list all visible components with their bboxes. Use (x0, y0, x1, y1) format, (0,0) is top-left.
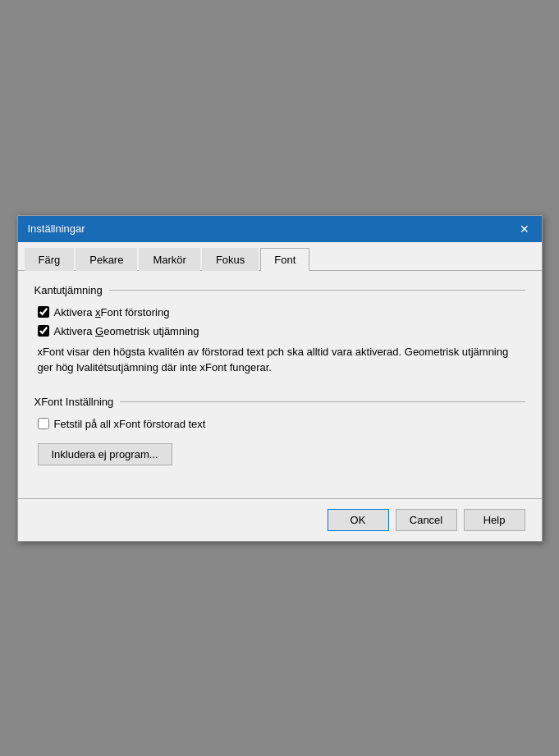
geometric-label[interactable]: Aktivera Geometrisk utjämning (54, 325, 199, 337)
dialog-title: Inställningar (28, 222, 85, 235)
antialiasing-description: xFont visar den högsta kvalitén av först… (38, 344, 525, 376)
xfont-checkbox[interactable] (38, 306, 49, 318)
xfont-settings-divider (120, 401, 525, 402)
tab-font[interactable]: Font (260, 248, 309, 271)
tab-markor[interactable]: Markör (139, 248, 199, 271)
xfont-checkbox-row: Aktivera xFont förstoring (38, 306, 525, 318)
bold-label[interactable]: Fetstil på all xFont förstorad text (54, 418, 206, 430)
antialiasing-header: Kantutjämning (34, 284, 525, 296)
bold-checkbox[interactable] (38, 418, 49, 429)
xfont-settings-title: XFont Inställning (34, 396, 121, 408)
xfont-settings-header: XFont Inställning (34, 396, 525, 408)
antialiasing-divider (109, 290, 525, 291)
ok-button[interactable]: OK (328, 509, 389, 531)
footer: OK Cancel Help (18, 498, 542, 541)
cancel-button[interactable]: Cancel (396, 509, 457, 531)
close-button[interactable]: ✕ (517, 222, 532, 236)
antialiasing-title: Kantutjämning (34, 284, 109, 296)
tab-pekare[interactable]: Pekare (76, 248, 137, 271)
tab-bar: Färg Pekare Markör Fokus Font (18, 242, 542, 271)
antialiasing-section: Kantutjämning Aktivera xFont förstoring … (34, 284, 525, 376)
title-bar: Inställningar ✕ (18, 216, 542, 242)
xfont-settings-section: XFont Inställning Fetstil på all xFont f… (34, 396, 525, 465)
tab-farg[interactable]: Färg (25, 248, 75, 271)
xfont-label[interactable]: Aktivera xFont förstoring (54, 306, 170, 318)
include-button-wrapper: Inkludera ej program... (38, 443, 525, 465)
content-area: Kantutjämning Aktivera xFont förstoring … (18, 271, 542, 498)
tab-fokus[interactable]: Fokus (202, 248, 259, 271)
bold-checkbox-row: Fetstil på all xFont förstorad text (38, 418, 525, 430)
help-button[interactable]: Help (464, 509, 525, 531)
geometric-checkbox[interactable] (38, 325, 49, 337)
geometric-checkbox-row: Aktivera Geometrisk utjämning (38, 325, 525, 337)
include-programs-button[interactable]: Inkludera ej program... (38, 443, 172, 465)
dialog: Inställningar ✕ Färg Pekare Markör Fokus… (17, 215, 543, 542)
